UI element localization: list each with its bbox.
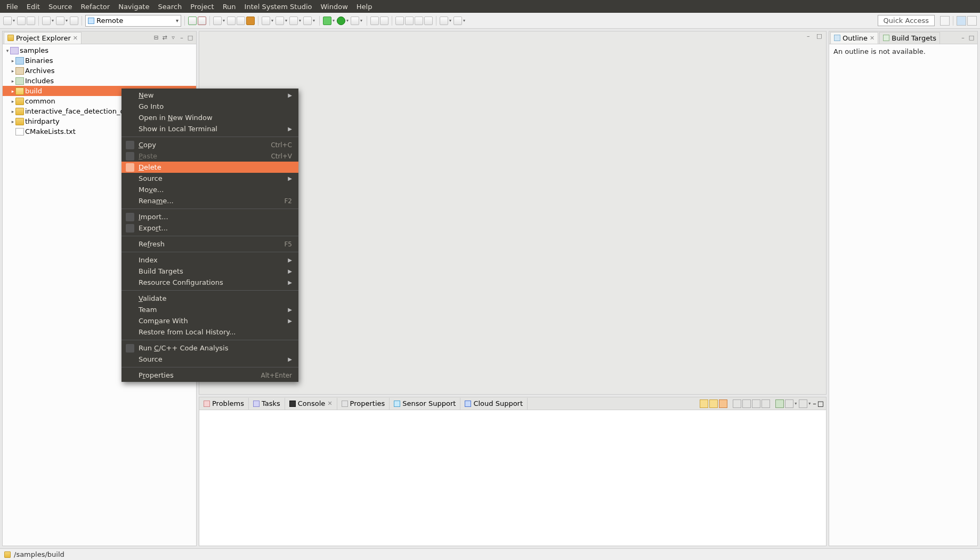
- dropdown-icon[interactable]: ▾: [345, 17, 350, 25]
- ctx-open-in-new-window[interactable]: Open in New Window: [122, 112, 298, 123]
- build-button[interactable]: [42, 17, 51, 25]
- save-all-button[interactable]: [27, 17, 35, 25]
- tool-button[interactable]: [719, 399, 727, 408]
- tool-button[interactable]: [752, 399, 760, 408]
- launch-target-combo[interactable]: Remote ▾: [85, 15, 181, 27]
- maximize-button[interactable]: □: [187, 34, 194, 42]
- menu-source[interactable]: Source: [45, 2, 76, 12]
- close-icon[interactable]: ✕: [73, 35, 78, 42]
- ctx-source[interactable]: Source▶: [122, 354, 298, 365]
- minimize-button[interactable]: –: [178, 34, 185, 42]
- tool-button[interactable]: [775, 399, 784, 408]
- tab-sensor-support[interactable]: Sensor Support: [390, 398, 460, 410]
- minimize-button[interactable]: –: [807, 33, 814, 40]
- menu-intel-system-studio[interactable]: Intel System Studio: [241, 2, 315, 12]
- menu-run[interactable]: Run: [220, 2, 239, 12]
- dropdown-icon[interactable]: ▾: [284, 17, 288, 25]
- hammer-button[interactable]: [56, 17, 64, 25]
- dropdown-icon[interactable]: ▾: [807, 399, 812, 408]
- tab-properties[interactable]: Properties: [337, 398, 390, 410]
- perspective-button[interactable]: [967, 16, 977, 26]
- menu-search[interactable]: Search: [155, 2, 185, 12]
- step-button[interactable]: [198, 17, 206, 25]
- coverage-button[interactable]: [351, 17, 359, 25]
- tab-cloud-support[interactable]: Cloud Support: [460, 398, 528, 410]
- ctx-restore-from-local-history[interactable]: Restore from Local History...: [122, 326, 298, 338]
- dropdown-icon[interactable]: ▾: [331, 17, 336, 25]
- tool-button[interactable]: [395, 17, 404, 25]
- run-button[interactable]: [337, 17, 345, 25]
- ctx-team[interactable]: Team▶: [122, 304, 298, 315]
- ctx-copy[interactable]: CopyCtrl+C: [122, 139, 298, 150]
- ctx-source[interactable]: Source▶: [122, 173, 298, 184]
- menu-help[interactable]: Help: [353, 2, 376, 12]
- menu-file[interactable]: File: [3, 2, 21, 12]
- tool-button[interactable]: [246, 17, 255, 25]
- link-editor-button[interactable]: ⇄: [161, 34, 168, 42]
- tool-button[interactable]: [424, 17, 433, 25]
- ctx-compare-with[interactable]: Compare With▶: [122, 315, 298, 326]
- forward-button[interactable]: [453, 17, 462, 25]
- ctx-show-in-local-terminal[interactable]: Show in Local Terminal▶: [122, 123, 298, 134]
- project-explorer-tab[interactable]: Project Explorer ✕: [4, 32, 82, 44]
- tool-button[interactable]: [276, 17, 284, 25]
- open-perspective-button[interactable]: [940, 16, 950, 26]
- maximize-button[interactable]: □: [817, 399, 824, 408]
- collapse-all-button[interactable]: ⊟: [152, 34, 160, 42]
- minimize-button[interactable]: –: [959, 34, 967, 42]
- tree-item-archives[interactable]: ▸Archives: [3, 66, 196, 76]
- ctx-validate[interactable]: Validate: [122, 293, 298, 304]
- tab-console[interactable]: Console ✕: [285, 398, 337, 410]
- build-targets-tab[interactable]: Build Targets: [879, 32, 940, 44]
- dropdown-icon[interactable]: ▾: [270, 17, 274, 25]
- dropdown-icon[interactable]: ▾: [222, 17, 226, 25]
- outline-tab[interactable]: Outline ✕: [830, 32, 878, 44]
- ctx-go-into[interactable]: Go Into: [122, 101, 298, 112]
- tool-button[interactable]: [237, 17, 245, 25]
- dropdown-icon[interactable]: ▾: [312, 17, 316, 25]
- save-button[interactable]: [17, 17, 26, 25]
- close-icon[interactable]: ✕: [870, 35, 874, 42]
- ctx-move[interactable]: Move...: [122, 184, 298, 195]
- dropdown-icon[interactable]: ▾: [298, 17, 302, 25]
- tree-root[interactable]: ▾samples: [3, 45, 196, 55]
- view-menu-button[interactable]: ▿: [169, 34, 177, 42]
- dropdown-icon[interactable]: ▾: [448, 17, 452, 25]
- tool-button[interactable]: [380, 17, 388, 25]
- close-icon[interactable]: ✕: [327, 400, 332, 407]
- tab-tasks[interactable]: Tasks: [249, 398, 285, 410]
- ctx-import[interactable]: Import...: [122, 211, 298, 222]
- tool-button[interactable]: [303, 17, 312, 25]
- tool-button[interactable]: [289, 17, 298, 25]
- maximize-button[interactable]: □: [816, 33, 824, 40]
- ctx-properties[interactable]: PropertiesAlt+Enter: [122, 370, 298, 381]
- ctx-delete[interactable]: Delete: [122, 162, 298, 173]
- dropdown-icon[interactable]: ▾: [462, 17, 466, 25]
- ctx-run-c-c-code-analysis[interactable]: Run C/C++ Code Analysis: [122, 342, 298, 354]
- quick-access-field[interactable]: Quick Access: [878, 15, 935, 26]
- tab-problems[interactable]: Problems: [199, 398, 249, 410]
- tree-item-includes[interactable]: ▸Includes: [3, 76, 196, 86]
- tool-button[interactable]: [762, 399, 770, 408]
- tool-button[interactable]: [370, 17, 379, 25]
- tool-button[interactable]: [799, 399, 807, 408]
- ctx-refresh[interactable]: RefreshF5: [122, 238, 298, 250]
- ctx-build-targets[interactable]: Build Targets▶: [122, 266, 298, 277]
- tree-item-binaries[interactable]: ▸Binaries: [3, 55, 196, 66]
- tool-button[interactable]: [213, 17, 222, 25]
- ctx-new[interactable]: New▶: [122, 90, 298, 101]
- ctx-index[interactable]: Index▶: [122, 254, 298, 266]
- tool-button[interactable]: [70, 17, 78, 25]
- menu-edit[interactable]: Edit: [23, 2, 43, 12]
- dropdown-icon[interactable]: ▾: [51, 17, 55, 25]
- ctx-export[interactable]: Export...: [122, 222, 298, 234]
- maximize-button[interactable]: □: [968, 34, 975, 42]
- dropdown-icon[interactable]: ▾: [12, 17, 16, 25]
- menu-refactor[interactable]: Refactor: [78, 2, 114, 12]
- tool-button[interactable]: [785, 399, 793, 408]
- menu-project[interactable]: Project: [187, 2, 217, 12]
- tool-button[interactable]: [733, 399, 741, 408]
- menu-window[interactable]: Window: [318, 2, 351, 12]
- debug-button[interactable]: [323, 17, 331, 25]
- tool-button[interactable]: [262, 17, 270, 25]
